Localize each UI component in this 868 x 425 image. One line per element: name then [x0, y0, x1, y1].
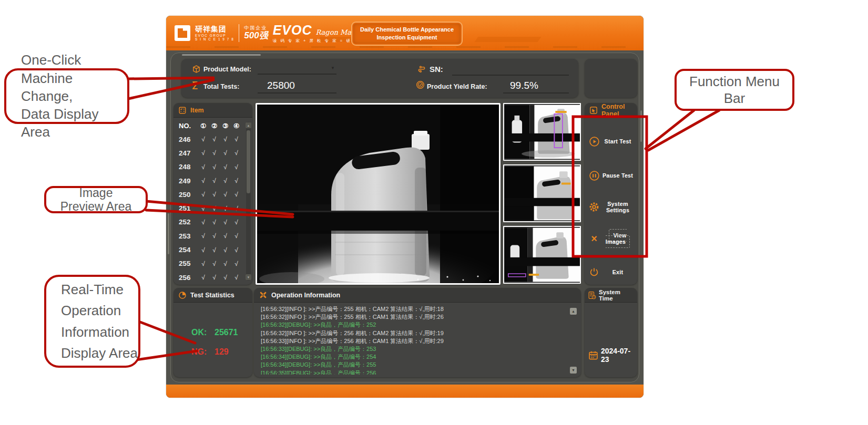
sigma-icon: ∑ — [192, 80, 198, 89]
hud-line-decoration — [168, 213, 169, 254]
scroll-down-icon[interactable]: ▼ — [246, 274, 251, 280]
table-row[interactable]: 248 √ √ √ √ — [179, 160, 250, 174]
check-4: √ — [231, 177, 242, 184]
check-1: √ — [198, 246, 209, 254]
check-1: √ — [198, 163, 209, 171]
app-window: 研祥集团 EVOC GROUP S I N C E 1 9 7 8 中国企业 5… — [166, 16, 644, 398]
log-scroll-up-icon[interactable]: ▲ — [570, 308, 577, 315]
table-row[interactable]: 246 √ √ √ √ — [179, 132, 250, 146]
check-4: √ — [231, 246, 242, 254]
logo-evoc-script: EVOC — [273, 23, 312, 38]
system-date-value: 2024-07-23 — [601, 347, 637, 364]
yield-label: Product Yield Rate: — [427, 83, 487, 90]
test-statistics-title: Test Statistics — [190, 292, 234, 299]
check-2: √ — [209, 260, 220, 267]
table-row[interactable]: 254 √ √ √ √ — [179, 243, 250, 256]
item-panel-title: Item — [190, 107, 204, 114]
product-model-field[interactable] — [258, 74, 336, 75]
annotation-function-menu: Function Menu Bar — [675, 69, 794, 111]
control-panel-title: Control Panel — [601, 103, 632, 118]
table-row[interactable]: 250 √ √ √ √ — [179, 188, 250, 201]
check-4: √ — [231, 232, 242, 240]
scroll-up-icon[interactable]: ▲ — [246, 122, 251, 128]
hud-line-decoration — [640, 110, 642, 142]
log-line: [16:56:33][DEBUG]: >>良品，产品编号：253 — [261, 345, 566, 353]
item-table: NO.①②③④ 246 √ √ √ √ 247 √ √ √ √ 248 √ √ — [173, 118, 252, 284]
check-2: √ — [209, 246, 220, 254]
row-number: 249 — [179, 177, 198, 185]
sn-field — [452, 75, 569, 76]
scrollbar-thumb[interactable] — [247, 130, 250, 193]
table-row[interactable]: 249 √ √ √ √ — [179, 174, 250, 188]
app-title-line2: Inspection Equipment — [377, 34, 437, 42]
check-2: √ — [209, 149, 220, 157]
top-right-spare-panel — [585, 59, 637, 98]
app-title-line1: Daily Chemical Bottle Appearance — [360, 26, 454, 34]
row-number: 251 — [179, 204, 198, 212]
log-line: [16:56:34][DEBUG]: >>良品，产品编号：255 — [261, 361, 566, 369]
column-circled-3: ③ — [220, 122, 231, 130]
table-row[interactable]: 253 √ √ √ √ — [179, 229, 250, 243]
system-time-header: System Time — [585, 288, 637, 303]
test-statistics-panel: Test Statistics OK: 25671 NG: 129 — [173, 288, 252, 377]
operation-information-panel: Operation Information [16:56:32][INFO ]:… — [254, 288, 581, 377]
system-settings-label: System Settings — [600, 201, 635, 213]
yield-check-icon — [416, 80, 425, 89]
check-2: √ — [209, 191, 220, 198]
ok-stat: OK: 25671 — [191, 328, 207, 337]
evoc-group-logo: 研祥集团 EVOC GROUP S I N C E 1 9 7 8 — [195, 25, 234, 41]
table-row[interactable]: 255 √ √ √ √ — [179, 257, 250, 271]
table-row[interactable]: 247 √ √ √ √ — [179, 146, 250, 160]
view-images-label[interactable]: View Images — [606, 229, 630, 248]
pause-test-button[interactable]: Pause Test — [585, 167, 637, 184]
view-images-button[interactable]: × View Images — [585, 230, 637, 247]
header-bar: 研祥集团 EVOC GROUP S I N C E 1 9 7 8 中国企业 5… — [166, 16, 644, 50]
check-1: √ — [198, 260, 209, 267]
pause-test-label: Pause Test — [600, 172, 635, 179]
check-2: √ — [209, 177, 220, 184]
row-number: 247 — [179, 149, 198, 157]
item-table-header: NO.①②③④ — [179, 119, 250, 132]
operation-log[interactable]: [16:56:32][INFO ]: >>产品编号：255 相机：CAM2 算法… — [261, 305, 566, 375]
thumbnail-1[interactable] — [503, 103, 581, 161]
exit-button[interactable]: Exit — [585, 264, 637, 281]
checklist-icon — [178, 106, 187, 115]
row-number: 256 — [179, 274, 198, 282]
product-box-icon — [192, 65, 201, 74]
check-1: √ — [198, 191, 209, 198]
item-scrollbar[interactable]: ▲ ▼ — [246, 122, 251, 281]
annotation-one-click: One-Click Machine Change, Data Display A… — [4, 68, 129, 124]
log-scroll-down-icon[interactable]: ▼ — [570, 367, 577, 374]
system-settings-button[interactable]: System Settings — [585, 199, 637, 215]
logo-top500-badge: 500强 — [244, 31, 268, 41]
thumbnail-2[interactable] — [503, 164, 581, 222]
operation-information-title: Operation Information — [271, 292, 340, 299]
hand-click-icon — [589, 106, 598, 115]
table-row[interactable]: 251 √ √ √ √ — [179, 201, 250, 215]
system-time-panel: System Time 2024-07-23 — [585, 288, 637, 377]
thumbnail-3[interactable] — [503, 226, 581, 284]
logo-since: S I N C E 1 9 7 8 — [195, 37, 234, 41]
exit-label: Exit — [600, 269, 635, 275]
control-panel-header: Control Panel — [585, 103, 637, 118]
doc-clock-icon — [588, 291, 596, 299]
evoc-logo-mark — [178, 28, 187, 38]
table-row[interactable]: 252 √ √ √ √ — [179, 215, 250, 229]
app-title-badge: Daily Chemical Bottle Appearance Inspect… — [351, 22, 463, 46]
table-row[interactable]: 256 √ √ √ √ — [179, 271, 250, 284]
total-tests-label: Total Tests: — [203, 83, 239, 90]
row-number: 248 — [179, 163, 198, 171]
test-statistics-header: Test Statistics — [173, 288, 252, 303]
check-3: √ — [220, 163, 231, 171]
logo-group-cn: 研祥集团 — [195, 25, 234, 33]
column-no: NO. — [179, 122, 198, 130]
check-3: √ — [220, 260, 231, 267]
check-1: √ — [198, 274, 209, 281]
dropdown-caret-icon[interactable]: ▼ — [331, 66, 335, 70]
check-2: √ — [209, 274, 220, 281]
check-4: √ — [231, 260, 242, 267]
start-test-button[interactable]: Start Test — [585, 133, 637, 150]
row-number: 252 — [179, 218, 198, 226]
bottle-camera-image — [257, 105, 499, 283]
header-decoration — [166, 46, 644, 48]
